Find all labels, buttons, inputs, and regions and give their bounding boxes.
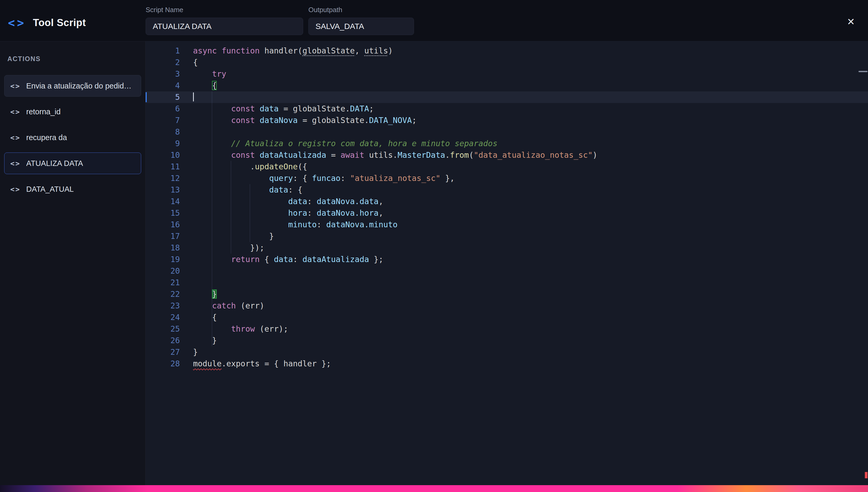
sidebar-item[interactable]: <>retorna_id (4, 101, 141, 122)
code-line[interactable]: 2{ (146, 57, 868, 68)
code-line[interactable]: 12 query: { funcao: "atualiza_notas_sc" … (146, 173, 868, 184)
code-line[interactable]: 17 } (146, 230, 868, 242)
code-line[interactable]: 11 .updateOne({ (146, 161, 868, 173)
code-line[interactable]: 10 const dataAtualizada = await utils.Ma… (146, 149, 868, 161)
code-line[interactable]: 6 const data = globalState.DATA; (146, 103, 868, 115)
outputpath-label: Outputpath (308, 6, 414, 14)
outputpath-value: SALVA_DATA (316, 22, 364, 31)
code-line-content: return { data: dataAtualizada }; (180, 254, 383, 265)
line-number: 7 (146, 115, 180, 126)
line-number: 15 (146, 207, 180, 219)
script-name-label: Script Name (146, 6, 303, 14)
code-line-content: minuto: dataNova.minuto (180, 219, 398, 230)
line-number: 10 (146, 149, 180, 161)
code-icon: <> (10, 185, 21, 193)
brand: <> Tool Script (8, 15, 86, 30)
code-line-content (180, 265, 193, 277)
line-number: 19 (146, 254, 180, 265)
line-number: 28 (146, 358, 180, 370)
code-line[interactable]: 3 try (146, 68, 868, 80)
code-line[interactable]: 24 { (146, 312, 868, 323)
app-title: Tool Script (33, 17, 86, 28)
code-icon: <> (10, 108, 21, 116)
code-line[interactable]: 20 (146, 265, 868, 277)
outputpath-field: Outputpath SALVA_DATA (308, 6, 414, 35)
code-line-content: const data = globalState.DATA; (180, 103, 374, 115)
line-number: 3 (146, 68, 180, 80)
close-button[interactable]: ✕ (844, 15, 858, 29)
code-line-content: } (180, 230, 274, 242)
line-number: 25 (146, 323, 180, 335)
code-line[interactable]: 4 { (146, 80, 868, 91)
code-line[interactable]: 23 catch (err) (146, 300, 868, 312)
sidebar-item[interactable]: <>DATA_ATUAL (4, 178, 141, 200)
line-number: 2 (146, 57, 180, 68)
code-line[interactable]: 16 minuto: dataNova.minuto (146, 219, 868, 230)
code-line[interactable]: 28module.exports = { handler }; (146, 358, 868, 370)
sidebar-item-label: Envia a atualização do pedido… (26, 82, 135, 90)
code-line[interactable]: 14 data: dataNova.data, (146, 196, 868, 207)
code-line[interactable]: 18 }); (146, 242, 868, 254)
line-number: 9 (146, 138, 180, 149)
line-number: 6 (146, 103, 180, 115)
line-number: 4 (146, 80, 180, 91)
sidebar-item-label: retorna_id (26, 107, 61, 116)
code-line-content: }); (180, 242, 265, 254)
code-line[interactable]: 5 (146, 91, 868, 103)
top-bar: <> Tool Script Script Name ATUALIZA DATA… (0, 0, 868, 41)
code-line[interactable]: 25 throw (err); (146, 323, 868, 335)
script-name-input[interactable]: ATUALIZA DATA (146, 18, 303, 35)
line-number: 8 (146, 126, 180, 138)
sidebar-item[interactable]: <>Envia a atualização do pedido… (4, 75, 141, 97)
scrollbar-thumb[interactable] (859, 71, 867, 72)
sidebar-item[interactable]: <>ATUALIZA DATA (4, 152, 141, 174)
code-line-content: { (180, 80, 217, 91)
code-line[interactable]: 26 } (146, 335, 868, 346)
code-line-content (180, 91, 194, 103)
line-number: 13 (146, 184, 180, 196)
code-line[interactable]: 15 hora: dataNova.hora, (146, 207, 868, 219)
code-line[interactable]: 13 data: { (146, 184, 868, 196)
script-name-field: Script Name ATUALIZA DATA (146, 6, 303, 35)
code-line[interactable]: 1async function handler(globalState, uti… (146, 45, 868, 57)
code-icon: <> (10, 133, 21, 142)
code-line-content: } (180, 335, 217, 346)
code-line[interactable]: 19 return { data: dataAtualizada }; (146, 254, 868, 265)
code-rows: 1async function handler(globalState, uti… (146, 41, 868, 370)
sidebar-item[interactable]: <>recupera da (4, 127, 141, 148)
code-line[interactable]: 8 (146, 126, 868, 138)
sidebar-item-label: DATA_ATUAL (26, 185, 74, 194)
code-line[interactable]: 21 (146, 277, 868, 288)
code-logo-icon: <> (8, 16, 26, 29)
code-line-content: } (180, 346, 198, 358)
line-number: 24 (146, 312, 180, 323)
code-line-content: const dataAtualizada = await utils.Maste… (180, 149, 597, 161)
actions-list: <>Envia a atualização do pedido…<>retorn… (4, 75, 141, 204)
line-number: 17 (146, 230, 180, 242)
line-number: 18 (146, 242, 180, 254)
code-line-content: // Atualiza o registro com data, hora e … (180, 138, 497, 149)
code-line[interactable]: 27} (146, 346, 868, 358)
code-line[interactable]: 22 } (146, 288, 868, 300)
line-number: 14 (146, 196, 180, 207)
code-line[interactable]: 9 // Atualiza o registro com data, hora … (146, 138, 868, 149)
code-line-content: data: { (180, 184, 302, 196)
line-number: 20 (146, 265, 180, 277)
sidebar: ACTIONS <>Envia a atualização do pedido…… (0, 41, 146, 485)
line-number: 21 (146, 277, 180, 288)
script-name-value: ATUALIZA DATA (153, 22, 212, 31)
code-line[interactable]: 7 const dataNova = globalState.DATA_NOVA… (146, 115, 868, 126)
actions-section-label: ACTIONS (7, 55, 41, 63)
code-line-content (180, 126, 193, 138)
code-line-content: } (180, 288, 217, 300)
code-line-content: query: { funcao: "atualiza_notas_sc" }, (180, 173, 454, 184)
sidebar-item-label: recupera da (26, 133, 67, 142)
line-number: 5 (146, 91, 180, 103)
code-icon: <> (10, 159, 21, 168)
code-line-content: async function handler(globalState, util… (180, 45, 393, 57)
overview-ruler-error-marker (865, 472, 867, 478)
code-line-content: .updateOne({ (180, 161, 307, 173)
line-number: 27 (146, 346, 180, 358)
code-editor[interactable]: 1async function handler(globalState, uti… (146, 41, 868, 485)
outputpath-input[interactable]: SALVA_DATA (308, 18, 414, 35)
